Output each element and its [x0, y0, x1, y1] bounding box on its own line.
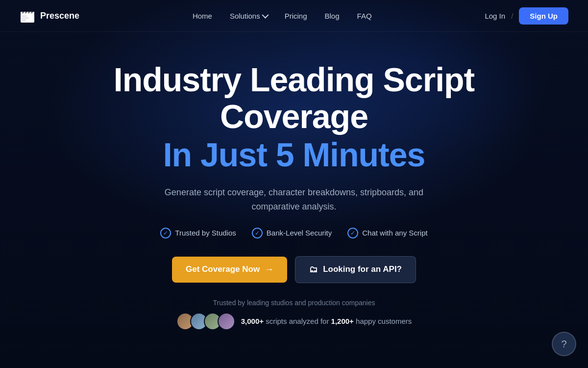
nav-faq[interactable]: FAQ	[357, 12, 372, 20]
hero-title-line2: In Just 5 Minutes	[163, 135, 425, 175]
avatars-row	[176, 313, 235, 330]
nav-home[interactable]: Home	[193, 12, 212, 20]
scripts-count: 3,000+	[241, 317, 264, 325]
logo[interactable]: Prescene	[20, 8, 79, 24]
login-link[interactable]: Log In	[485, 12, 505, 20]
check-icon-chat	[347, 228, 358, 238]
trust-badge-security: Bank-Level Security	[252, 228, 332, 238]
check-icon-security	[252, 228, 263, 238]
cta-buttons: Get Coverage Now → 🗂 Looking for an API?	[172, 256, 416, 283]
nav-separator: /	[511, 12, 513, 20]
avatars-stats: 3,000+ scripts analyzed for 1,200+ happy…	[176, 313, 412, 330]
trusted-by-text: Trusted by leading studios and productio…	[213, 299, 375, 307]
nav-actions: Log In / Sign Up	[485, 7, 568, 25]
brand-name: Prescene	[40, 11, 79, 21]
trust-badge-chat: Chat with any Script	[347, 228, 427, 238]
trust-badges: Trusted by Studios Bank-Level Security C…	[160, 228, 427, 238]
question-mark-icon: ?	[561, 339, 566, 350]
trust-badge-chat-label: Chat with any Script	[362, 229, 427, 237]
chevron-down-icon	[262, 12, 269, 19]
customers-count: 1,200+	[331, 317, 354, 325]
trust-badge-studios: Trusted by Studios	[160, 228, 236, 238]
avatar-4	[218, 313, 235, 330]
svg-rect-7	[22, 16, 27, 17]
hero-section: Industry Leading Script Coverage In Just…	[0, 32, 588, 330]
nav-solutions[interactable]: Solutions	[230, 12, 267, 20]
signup-button[interactable]: Sign Up	[519, 7, 568, 25]
trust-badge-studios-label: Trusted by Studios	[175, 229, 236, 237]
get-coverage-button[interactable]: Get Coverage Now →	[172, 257, 287, 283]
nav-links: Home Solutions Pricing Blog FAQ	[193, 12, 372, 20]
svg-rect-8	[22, 18, 29, 19]
check-icon-studios	[160, 228, 171, 238]
svg-rect-9	[22, 20, 26, 21]
hero-title-line1: Industry Leading Script Coverage	[74, 61, 514, 135]
clapperboard-icon	[20, 8, 35, 24]
nav-blog[interactable]: Blog	[325, 12, 340, 20]
navbar: Prescene Home Solutions Pricing Blog FAQ…	[0, 0, 588, 32]
nav-pricing[interactable]: Pricing	[285, 12, 307, 20]
api-button[interactable]: 🗂 Looking for an API?	[295, 256, 416, 283]
stats-text: 3,000+ scripts analyzed for 1,200+ happy…	[241, 317, 412, 325]
trust-badge-security-label: Bank-Level Security	[267, 229, 332, 237]
help-button[interactable]: ?	[552, 332, 576, 356]
arrow-right-icon: →	[265, 264, 273, 275]
hero-description: Generate script coverage, character brea…	[157, 185, 431, 214]
social-proof: Trusted by leading studios and productio…	[176, 299, 412, 330]
api-icon: 🗂	[309, 264, 318, 275]
